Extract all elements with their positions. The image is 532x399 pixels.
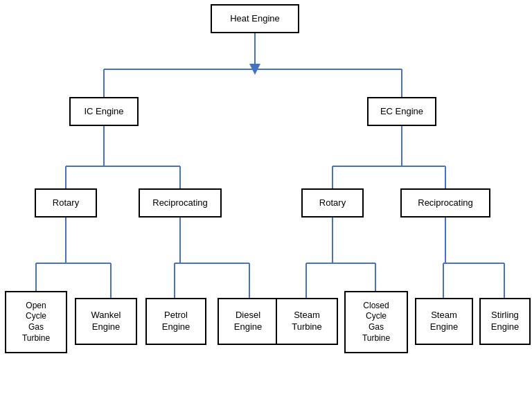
- ic-engine-node: IC Engine: [69, 97, 139, 126]
- stirling-engine-node: Stirling Engine: [479, 298, 531, 345]
- petrol-engine-node: Petrol Engine: [145, 298, 206, 345]
- steam-engine-node: Steam Engine: [415, 298, 473, 345]
- diesel-engine-node: Diesel Engine: [218, 298, 278, 345]
- open-cycle-node: Open Cycle Gas Turbine: [5, 291, 67, 353]
- closed-cycle-node: Closed Cycle Gas Turbine: [344, 291, 408, 353]
- reciprocating-ec-node: Reciprocating: [400, 188, 490, 218]
- rotary-ic-node: Rotary: [35, 188, 97, 218]
- wankel-engine-node: Wankel Engine: [75, 298, 137, 345]
- heat-engine-node: Heat Engine: [211, 4, 299, 33]
- reciprocating-ic-node: Reciprocating: [139, 188, 222, 218]
- ec-engine-node: EC Engine: [367, 97, 436, 126]
- rotary-ec-node: Rotary: [301, 188, 364, 218]
- heat-engine-diagram: Heat Engine IC Engine EC Engine Rotary R…: [0, 0, 532, 399]
- steam-turbine-node: Steam Turbine: [276, 298, 338, 345]
